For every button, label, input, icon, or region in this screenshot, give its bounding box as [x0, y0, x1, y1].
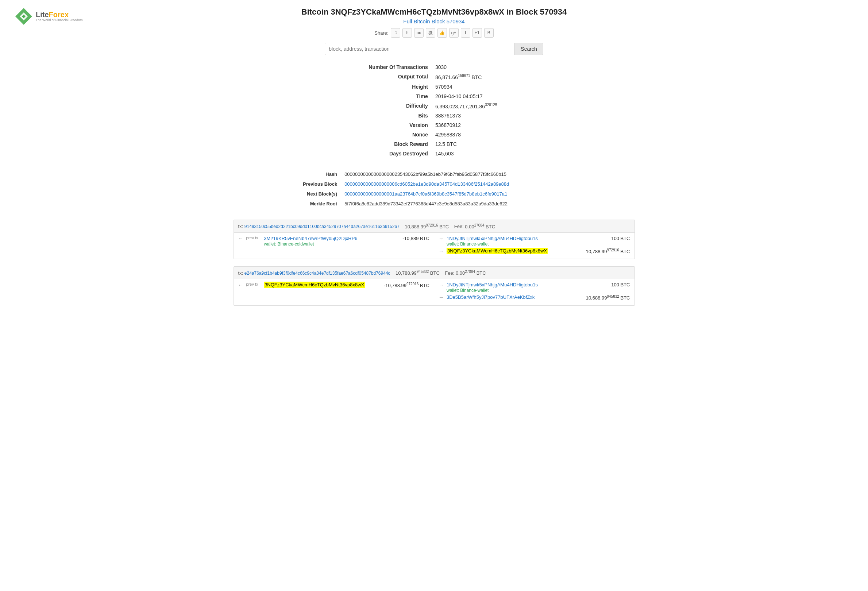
block-info-label: Number Of Transactions [307, 62, 432, 72]
share-twitter-icon[interactable]: 𝕥 [402, 28, 412, 38]
amount-superscript: 972916 [607, 248, 619, 252]
tx-body: ←prev tx 3M219KR5vEneNb47ewrPfWyb5jQ2Djx… [234, 233, 635, 259]
tx-btc-amount: 10,888.99972916 BTC [404, 224, 450, 230]
page-header: Bitcoin 3NQFz3YCkaMWcmH6cTQzbMvNt36vp8x8… [7, 7, 861, 55]
hash-table: Hash000000000000000000023543062bf99a5b1e… [270, 169, 598, 209]
tx-output-address: 3De5B5arWfh5yJi7pov77bUFXrAeKbfZxk [447, 295, 584, 300]
tx-output-arrow: → [438, 282, 444, 288]
tx-output-amount: 100 BTC [611, 282, 630, 287]
block-info-row: Block Reward12.5 BTC [307, 139, 562, 149]
tx-fee-amount: 0.0027084 BTC [456, 270, 486, 276]
block-info-label: Time [307, 91, 432, 101]
search-button[interactable]: Search [514, 43, 543, 55]
tx-btc-amount: 10,788.99945832 BTC [396, 270, 441, 276]
tx-address-link[interactable]: 3NQFz3YCkaMWcmH6cTQzbMvNt36vp8x8wX [447, 248, 548, 254]
share-reddit-icon[interactable]: ☽ [391, 28, 400, 38]
tx-output-info: 3De5B5arWfh5yJi7pov77bUFXrAeKbfZxk [447, 295, 584, 300]
tx-header: tx: 91493150c55bed2d221bc09dd01100bca345… [234, 220, 635, 232]
tx-fee-superscript: 27084 [465, 270, 475, 274]
tx-address-link[interactable]: 1NDyJtNTjmwk5xPNhjgAMu4HDHigtobu1s [447, 282, 538, 287]
logo-lite: Lite [36, 10, 49, 19]
share-facebook-icon[interactable]: f [461, 28, 470, 38]
share-googleplus-icon[interactable]: g+ [449, 28, 459, 38]
hash-row: Next Block(s)0000000000000000001aa23764b… [270, 189, 598, 199]
share-label: Share: [374, 30, 388, 36]
tx-output-arrow: → [438, 295, 444, 300]
tx-address-link[interactable]: 1NDyJtNTjmwk5xPNhjgAMu4HDHigtobu1s [447, 236, 538, 241]
tx-output-info: 1NDyJtNTjmwk5xPNhjgAMu4HDHigtobu1s walle… [447, 236, 609, 247]
block-info-label: Bits [307, 111, 432, 120]
hash-section: Hash000000000000000000023543062bf99a5b1e… [270, 169, 598, 209]
hash-link[interactable]: 00000000000000000006cd6052be1e3d90da3457… [344, 181, 509, 187]
block-info-label: Output Total [307, 72, 432, 82]
tx-wallet: wallet: Binance-wallet [447, 242, 609, 247]
prev-tx-label: prev tx [246, 236, 258, 240]
search-bar: Search [7, 43, 861, 55]
block-info-label: Height [307, 82, 432, 91]
block-info-row: Version536870912 [307, 120, 562, 130]
logo-forex: Forex [49, 10, 69, 19]
full-block-link[interactable]: Full Bitcoin Block 570934 [7, 18, 861, 24]
tx-header: tx: e24a76a9cf1b4ab9f3f0dfe4c66c9c4a84e7… [234, 267, 635, 279]
tx-inputs: ←prev tx 3NQFz3YCkaMWcmH6cTQzbMvNt36vp8x… [234, 279, 434, 305]
tx-address-link[interactable]: 3De5B5arWfh5yJi7pov77bUFXrAeKbfZxk [447, 295, 534, 300]
block-info-value: 570934 [432, 82, 562, 91]
hash-link[interactable]: 0000000000000000001aa23764b7cf0a6f369b8c… [344, 191, 507, 197]
prev-tx-arrow: ← [238, 236, 244, 242]
superscript: 328125 [485, 103, 497, 107]
block-info-value: 86,871.66159671 BTC [432, 72, 562, 82]
share-vk-icon[interactable]: вк [414, 28, 424, 38]
block-info-value: 429588878 [432, 130, 562, 139]
block-info-row: Days Destroyed145,603 [307, 149, 562, 158]
hash-value[interactable]: 0000000000000000001aa23764b7cf0a6f369b8c… [341, 189, 598, 199]
tx-input-row: ←prev tx 3M219KR5vEneNb47ewrPfWyb5jQ2Djx… [238, 236, 430, 247]
tx-fee-amount: 0.0027084 BTC [465, 224, 495, 230]
logo-tagline: The World of Financial Freedom [36, 19, 83, 22]
tx-output-address: 3NQFz3YCkaMWcmH6cTQzbMvNt36vp8x8wX [447, 248, 584, 253]
transaction-block: tx: 91493150c55bed2d221bc09dd01100bca345… [233, 220, 635, 259]
hash-value[interactable]: 00000000000000000006cd6052be1e3d90da3457… [341, 179, 598, 189]
block-info-table: Number Of Transactions3030Output Total86… [307, 62, 562, 158]
tx-output-amount: 10,688.99945832 BTC [586, 295, 630, 301]
hash-label: Merkle Root [270, 199, 341, 209]
tx-output-arrow: → [438, 248, 444, 254]
block-info-label: Difficulty [307, 101, 432, 111]
tx-output-row: → 1NDyJtNTjmwk5xPNhjgAMu4HDHigtobu1s wal… [438, 236, 630, 247]
tx-output-row: → 3De5B5arWfh5yJi7pov77bUFXrAeKbfZxk 10,… [438, 295, 630, 301]
tx-wallet: wallet: Binance-coldwallet [264, 242, 357, 247]
tx-input-row: ←prev tx 3NQFz3YCkaMWcmH6cTQzbMvNt36vp8x… [238, 282, 430, 288]
block-info-label: Block Reward [307, 139, 432, 149]
tx-output-address: 1NDyJtNTjmwk5xPNhjgAMu4HDHigtobu1s [447, 282, 609, 287]
hash-row: Hash000000000000000000023543062bf99a5b1e… [270, 169, 598, 179]
tx-btc-superscript: 972916 [426, 223, 438, 227]
tx-output-info: 3NQFz3YCkaMWcmH6cTQzbMvNt36vp8x8wX [447, 248, 584, 253]
tx-outputs: → 1NDyJtNTjmwk5xPNhjgAMu4HDHigtobu1s wal… [434, 233, 635, 259]
amount-superscript: 972916 [406, 282, 418, 286]
hash-value: 5f7f0f6a8c82add389d73342ef2776368d447c3e… [341, 199, 598, 209]
share-blogger-icon[interactable]: B [484, 28, 494, 38]
tx-hash-link[interactable]: e24a76a9cf1b4ab9f3f0dfe4c66c9c4a84e7df13… [245, 271, 390, 276]
block-info-row: Output Total86,871.66159671 BTC [307, 72, 562, 82]
transaction-block: tx: e24a76a9cf1b4ab9f3f0dfe4c66c9c4a84e7… [233, 266, 635, 306]
share-weibo-icon[interactable]: 微 [426, 28, 435, 38]
tx-output-address: 1NDyJtNTjmwk5xPNhjgAMu4HDHigtobu1s [447, 236, 609, 241]
hash-label: Hash [270, 169, 341, 179]
tx-input-address: 3M219KR5vEneNb47ewrPfWyb5jQ2DjxRP6 walle… [264, 236, 357, 247]
share-like-icon[interactable]: 👍 [437, 28, 447, 38]
logo-text: LiteForex The World of Financial Freedom [36, 10, 83, 22]
prev-tx-arrow: ← [238, 282, 244, 288]
block-info-label: Version [307, 120, 432, 130]
tx-output-amount: 100 BTC [611, 236, 630, 241]
hash-value: 000000000000000000023543062bf99a5b1eb79f… [341, 169, 598, 179]
search-input[interactable] [325, 43, 514, 55]
share-googleplus1-icon[interactable]: +1 [472, 28, 482, 38]
tx-address-link[interactable]: 3NQFz3YCkaMWcmH6cTQzbMvNt36vp8x8wX [264, 281, 365, 288]
tx-address-link[interactable]: 3M219KR5vEneNb47ewrPfWyb5jQ2DjxRP6 [264, 236, 357, 241]
tx-hash-link[interactable]: 91493150c55bed2d221bc09dd01100bca3452970… [245, 224, 400, 230]
block-info-row: Bits388761373 [307, 111, 562, 120]
block-info-section: Number Of Transactions3030Output Total86… [307, 62, 562, 158]
hash-row: Previous Block00000000000000000006cd6052… [270, 179, 598, 189]
block-info-label: Days Destroyed [307, 149, 432, 158]
logo-icon [15, 7, 33, 25]
block-info-value: 388761373 [432, 111, 562, 120]
